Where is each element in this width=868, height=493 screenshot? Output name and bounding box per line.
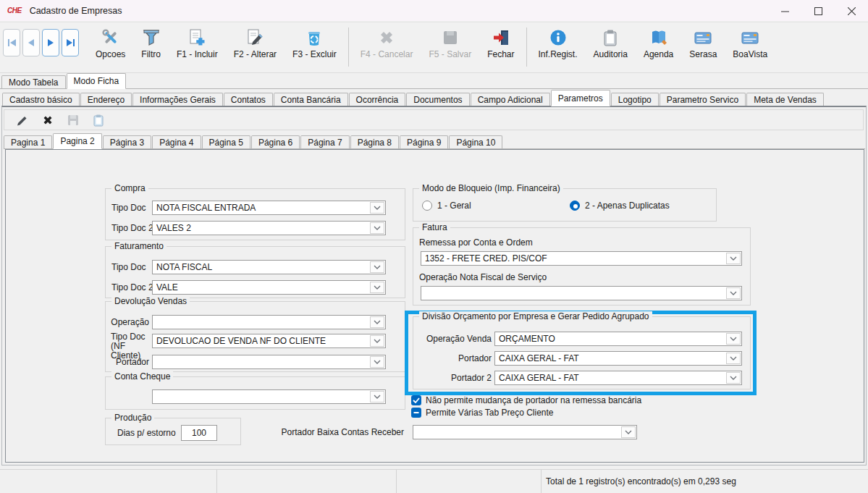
cancel-edit-button[interactable] — [41, 113, 55, 127]
dropdown-button[interactable] — [726, 287, 741, 299]
maximize-button[interactable] — [801, 0, 835, 22]
close-icon — [848, 7, 856, 15]
chevron-down-icon — [374, 226, 381, 230]
faturamento-tipo-doc2-combo[interactable]: VALE — [152, 280, 386, 295]
dropdown-button[interactable] — [726, 372, 741, 384]
tab-pagina-5[interactable]: Página 5 — [202, 135, 250, 148]
maximize-icon — [814, 7, 822, 15]
tab-pagina-6[interactable]: Página 6 — [251, 135, 300, 148]
close-form-button[interactable]: Fechar — [479, 27, 522, 61]
remessa-conta-ordem-combo[interactable]: 1352 - FRETE CRED. PIS/COF — [421, 251, 742, 266]
tab-modo-ficha[interactable]: Modo Ficha — [67, 73, 127, 89]
tab-pagina-8[interactable]: Página 8 — [350, 135, 399, 148]
tab-ocorrencia[interactable]: Ocorrência — [349, 93, 406, 106]
options-button[interactable]: Opcoes — [88, 27, 133, 61]
tab-label: Informações Gerais — [140, 95, 216, 105]
tab-cadastro-basico[interactable]: Cadastro básico — [2, 93, 80, 106]
tools-icon — [101, 28, 120, 47]
dropdown-button[interactable] — [370, 282, 384, 293]
tab-conta-bancaria[interactable]: Conta Bancária — [274, 93, 348, 106]
compra-tipo-doc-combo[interactable]: NOTA FISCAL ENTRADA — [152, 201, 386, 215]
tab-campo-adicional[interactable]: Campo Adicional — [471, 93, 550, 106]
filter-button[interactable]: Filtro — [133, 27, 169, 61]
paste-button[interactable] — [91, 113, 106, 127]
compra-tipo-doc2-combo[interactable]: VALES 2 — [152, 221, 386, 235]
edit-pencil-button[interactable] — [15, 113, 30, 127]
f1-include-label: F1 - Incluir — [177, 49, 218, 59]
serasa-button[interactable]: Serasa — [681, 27, 725, 61]
credit-card-icon — [741, 28, 759, 47]
paste-clipboard-icon — [92, 114, 105, 127]
tab-pagina-10[interactable]: Página 10 — [449, 135, 502, 148]
dropdown-button[interactable] — [370, 316, 384, 328]
conta-cheque-combo[interactable] — [152, 389, 386, 404]
divisao-portador-combo[interactable]: CAIXA GERAL - FAT — [494, 351, 742, 366]
tab-pagina-4[interactable]: Página 4 — [152, 135, 201, 148]
tab-label: Página 10 — [456, 138, 495, 148]
chevron-down-icon — [730, 256, 737, 261]
next-record-button[interactable] — [42, 29, 59, 56]
tab-documentos[interactable]: Documentos — [406, 93, 469, 106]
group-faturamento: Faturamento Tipo Doc NOTA FISCAL Tipo Do… — [105, 246, 405, 298]
dropdown-button[interactable] — [370, 356, 384, 368]
first-record-button[interactable] — [3, 29, 20, 56]
f2-alter-button[interactable]: F2 - Alterar — [226, 27, 285, 61]
dropdown-button[interactable] — [370, 335, 384, 347]
tab-parametros[interactable]: Parametros — [551, 90, 610, 106]
last-record-button[interactable] — [62, 29, 79, 56]
dropdown-button[interactable] — [621, 426, 636, 438]
tab-logotipo[interactable]: Logotipo — [611, 93, 659, 106]
agenda-label: Agenda — [644, 49, 673, 59]
dropdown-button[interactable] — [370, 202, 384, 214]
dias-estorno-input[interactable]: 100 — [181, 425, 217, 441]
f1-include-button[interactable]: F1 - Incluir — [169, 27, 226, 61]
dropdown-button[interactable] — [726, 253, 741, 264]
dropdown-button[interactable] — [370, 222, 384, 234]
window-controls — [768, 0, 868, 22]
checkbox-permite-varias-tab[interactable]: Permite Várias Tab Preço Cliente — [411, 408, 554, 418]
combo-value: ORÇAMENTO — [499, 334, 726, 344]
dropdown-button[interactable] — [726, 353, 741, 364]
previous-record-button[interactable] — [22, 29, 40, 56]
tab-pagina-1[interactable]: Pagina 1 — [4, 135, 52, 148]
close-button[interactable] — [835, 0, 868, 22]
edit-toolbar — [4, 109, 864, 130]
devolucao-tipo-doc-nf-combo[interactable]: DEVOLUCAO DE VENDA NF DO CLIENTE — [152, 334, 386, 348]
f5-save-label: F5 - Salvar — [429, 49, 471, 59]
tab-pagina-3[interactable]: Página 3 — [103, 135, 151, 148]
chevron-down-icon — [374, 395, 381, 399]
devolucao-portador-combo[interactable] — [152, 355, 386, 369]
tab-contatos[interactable]: Contatos — [224, 93, 273, 106]
trash-icon — [305, 28, 324, 47]
checkbox-nao-permite-mudanca[interactable]: Não permite mudança de portador na remes… — [411, 395, 641, 405]
operacao-nf-servico-combo[interactable] — [421, 286, 742, 300]
tab-informacoes-gerais[interactable]: Informações Gerais — [132, 93, 223, 106]
f3-delete-button[interactable]: F3 - Excluir — [285, 27, 345, 61]
divisao-portador2-combo[interactable]: CAIXA GERAL - FAT — [494, 371, 742, 385]
agenda-button[interactable]: Agenda — [636, 27, 681, 61]
radio-geral[interactable]: 1 - Geral — [422, 201, 471, 211]
boavista-button[interactable]: BoaVista — [725, 27, 775, 61]
operacao-venda-combo[interactable]: ORÇAMENTO — [494, 332, 742, 346]
group-legend: Devolução Vendas — [111, 296, 190, 307]
portador-baixa-combo[interactable] — [413, 425, 637, 439]
tab-label: Modo Tabela — [9, 77, 59, 88]
minimize-button[interactable] — [768, 0, 801, 22]
record-info-button[interactable]: Inf.Regist. — [531, 27, 586, 61]
tab-modo-tabela[interactable]: Modo Tabela — [1, 75, 66, 88]
faturamento-tipo-doc-combo[interactable]: NOTA FISCAL — [152, 260, 386, 274]
dropdown-button[interactable] — [726, 333, 741, 345]
audit-button[interactable]: Auditoria — [586, 27, 636, 61]
dropdown-button[interactable] — [370, 391, 384, 403]
field-label: Remessa por Conta e Ordem — [419, 238, 533, 248]
tab-pagina-2[interactable]: Pagina 2 — [53, 133, 101, 149]
devolucao-operacao-combo[interactable] — [152, 315, 386, 329]
chevron-down-icon — [625, 430, 632, 434]
tab-meta-de-vendas[interactable]: Meta de Vendas — [746, 93, 824, 106]
dropdown-button[interactable] — [370, 261, 384, 273]
radio-apenas-duplicatas[interactable]: 2 - Apenas Duplicatas — [570, 201, 670, 211]
tab-parametro-servico[interactable]: Parametro Servico — [660, 93, 746, 106]
tab-pagina-7[interactable]: Página 7 — [300, 135, 349, 148]
tab-pagina-9[interactable]: Página 9 — [400, 135, 448, 148]
tab-endereco[interactable]: Endereço — [80, 93, 132, 106]
